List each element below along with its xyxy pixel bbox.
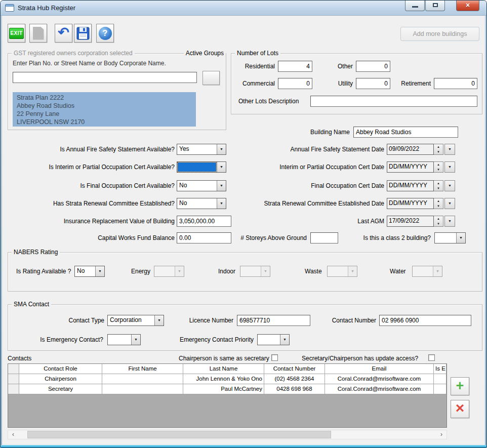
fire-date-spinner[interactable]: ▲▼	[434, 144, 443, 155]
undo-button[interactable]: ↶	[55, 24, 72, 43]
final-date-value[interactable]: DD/MM/YYYY	[387, 180, 434, 191]
water-label: Water	[390, 268, 406, 275]
last-agm-value[interactable]: 17/09/2022	[387, 216, 434, 227]
renewal-date-value[interactable]: DD/MM/YYYY	[387, 198, 434, 209]
scrollbar-thumb[interactable]	[27, 431, 331, 438]
spin-up-icon[interactable]: ▲	[434, 216, 443, 221]
building-name-input[interactable]	[353, 127, 458, 138]
is-emergency-dropdown[interactable]: ▼	[107, 334, 141, 345]
cell-contact-number[interactable]: 0428 698 968	[264, 384, 325, 394]
calendar-dropdown-icon[interactable]: ▼	[444, 216, 455, 227]
spin-up-icon[interactable]: ▲	[434, 181, 443, 186]
rating-available-dropdown[interactable]: No ▼	[74, 266, 105, 277]
cell-first-name[interactable]	[102, 374, 183, 384]
document-icon	[33, 27, 44, 40]
other-input[interactable]	[356, 61, 390, 72]
cell-last-name[interactable]: Paul McCartney	[183, 384, 264, 394]
other-lots-description-input[interactable]	[310, 96, 477, 107]
row-selector[interactable]	[8, 384, 19, 394]
spin-down-icon[interactable]: ▼	[434, 221, 443, 226]
retirement-input[interactable]	[434, 78, 477, 89]
renewal-date-spinner[interactable]: ▲▼	[434, 198, 443, 209]
emergency-priority-dropdown[interactable]: ▼	[257, 334, 290, 345]
fire-date-value[interactable]: 09/09/2022	[387, 144, 434, 155]
spin-up-icon[interactable]: ▲	[434, 162, 443, 167]
contact-number-input[interactable]	[379, 315, 471, 326]
renewal-date-label: Strata Renewal Committee Established Dat…	[213, 200, 384, 207]
chevron-down-icon[interactable]: ▼	[95, 266, 104, 276]
close-button[interactable]: ×	[456, 1, 479, 11]
column-header-email: Email	[325, 364, 434, 374]
chevron-down-icon[interactable]: ▼	[456, 233, 465, 243]
chevron-down-icon[interactable]: ▼	[154, 315, 164, 325]
spin-down-icon[interactable]: ▼	[434, 149, 443, 154]
chevron-down-icon: ▼	[261, 266, 270, 276]
interim-available-label: Is Interim or Partial Occupation Cert Av…	[8, 164, 175, 171]
other-lots-description-label: Other Lots Description	[238, 98, 299, 105]
cell-is[interactable]	[434, 384, 447, 394]
delete-contact-button[interactable]: ×	[451, 400, 469, 418]
minimize-button[interactable]	[405, 1, 425, 11]
cell-email[interactable]: Coral.Conrad@mrisoftware.com	[325, 374, 434, 384]
cell-first-name[interactable]	[102, 384, 183, 394]
utility-input[interactable]	[356, 78, 390, 89]
update-access-checkbox[interactable]	[428, 354, 435, 361]
last-agm-spinner[interactable]: ▲▼	[434, 216, 443, 227]
exit-button[interactable]: EXIT	[8, 24, 25, 43]
plus-icon: +	[456, 378, 464, 393]
chevron-down-icon[interactable]: ▼	[131, 335, 140, 345]
calendar-dropdown-icon[interactable]: ▼	[444, 180, 455, 191]
class2-dropdown[interactable]: ▼	[434, 232, 466, 243]
commercial-input[interactable]	[278, 78, 312, 89]
cell-last-name[interactable]: John Lennon & Yoko Ono	[183, 374, 264, 384]
maximize-icon	[433, 3, 438, 7]
save-button[interactable]	[74, 24, 92, 43]
contact-type-dropdown[interactable]: Corporation ▼	[107, 315, 164, 326]
strata-hub-register-window: Strata Hub Register × EXIT ↶ ? Add more …	[0, 0, 487, 448]
spin-down-icon[interactable]: ▼	[434, 203, 443, 209]
lots-group-title: Number of Lots	[235, 50, 280, 57]
energy-label: Energy	[131, 268, 150, 275]
contacts-table[interactable]: Contact Role First Name Last Name Contac…	[8, 363, 447, 428]
interim-date-spinner[interactable]: ▲▼	[434, 161, 443, 173]
spin-up-icon[interactable]: ▲	[434, 198, 443, 203]
final-date-spinner[interactable]: ▲▼	[434, 180, 443, 191]
capital-works-input[interactable]	[177, 232, 231, 243]
residential-input[interactable]	[278, 61, 312, 72]
interim-date-value[interactable]: DD/MM/YYYY	[387, 161, 434, 173]
chevron-down-icon[interactable]: ▼	[280, 335, 289, 345]
cell-contact-role[interactable]: Chairperson	[19, 374, 102, 384]
cell-contact-number[interactable]: (02) 4568 2364	[264, 374, 325, 384]
storeys-input[interactable]	[310, 232, 338, 243]
column-header-is: Is E	[434, 364, 447, 374]
maximize-button[interactable]	[425, 1, 445, 11]
gst-browse-button[interactable]	[202, 71, 220, 85]
add-contact-button[interactable]: +	[451, 377, 469, 395]
row-selector[interactable]	[8, 374, 19, 384]
scroll-left-icon[interactable]: ‹	[9, 430, 17, 439]
calendar-dropdown-icon[interactable]: ▼	[444, 198, 455, 209]
add-more-buildings-button[interactable]: Add more buildings	[400, 27, 479, 41]
calendar-dropdown-icon[interactable]: ▼	[444, 161, 455, 173]
cell-is[interactable]	[434, 374, 447, 384]
spin-up-icon[interactable]: ▲	[434, 144, 443, 149]
licence-number-label: Licence Number	[175, 317, 233, 324]
scroll-right-icon[interactable]: ›	[437, 430, 445, 439]
selected-corporation-listbox[interactable]: Strata Plan 2222 Abbey Road Studios 22 P…	[13, 92, 196, 127]
cell-email[interactable]: Coral.Conrad@mrisoftware.com	[325, 384, 434, 394]
delete-x-icon: ×	[456, 399, 465, 416]
final-date-control: DD/MM/YYYY ▲▼ ▼	[387, 180, 455, 191]
interim-date-control: DD/MM/YYYY ▲▼ ▼	[387, 161, 455, 173]
chairperson-same-checkbox[interactable]	[271, 354, 278, 361]
spin-down-icon[interactable]: ▼	[434, 167, 443, 172]
help-button[interactable]: ?	[96, 24, 114, 43]
calendar-dropdown-icon[interactable]: ▼	[444, 144, 455, 155]
titlebar[interactable]: Strata Hub Register ×	[1, 1, 486, 16]
capital-works-label: Capital Works Fund Balance	[8, 234, 175, 241]
licence-number-input[interactable]	[237, 315, 310, 326]
gst-search-input[interactable]	[13, 72, 197, 83]
horizontal-scrollbar[interactable]: ‹ ›	[8, 430, 447, 439]
new-record-button[interactable]	[29, 24, 47, 43]
spin-down-icon[interactable]: ▼	[434, 186, 443, 191]
cell-contact-role[interactable]: Secretary	[19, 384, 102, 394]
